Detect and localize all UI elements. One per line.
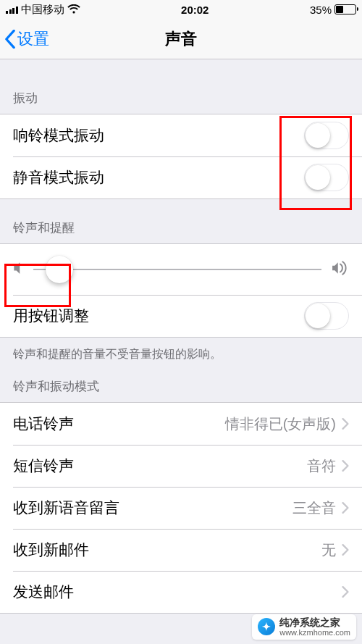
chevron-right-icon [342,544,349,556]
cell-value: 音符 [307,456,336,476]
back-label: 设置 [17,28,49,50]
volume-low-icon [13,262,23,277]
status-left: 中国移动 [6,3,80,17]
section-header-vibration: 振动 [0,70,362,114]
battery-percent: 35% [310,4,332,16]
cell-label: 响铃模式振动 [13,125,104,146]
cell-label: 用按钮调整 [13,306,89,326]
chevron-right-icon [342,586,349,598]
section-header-patterns: 铃声和振动模式 [0,365,362,402]
back-button[interactable]: 设置 [4,19,49,59]
toggle-change-with-buttons[interactable] [304,302,349,330]
watermark-title: 纯净系统之家 [279,617,350,628]
cell-label: 静音模式振动 [13,167,104,188]
carrier-label: 中国移动 [21,3,64,17]
nav-bar: 设置 声音 [0,19,362,59]
cell-value: 三全音 [292,498,336,518]
signal-bars-icon [6,5,18,14]
cell-newmail[interactable]: 收到新邮件 无 [0,529,362,571]
cell-label: 短信铃声 [13,456,74,476]
cell-sentmail[interactable]: 发送邮件 [0,571,362,613]
section-footer-ringer: 铃声和提醒的音量不受音量按钮的影响。 [0,338,362,365]
slider-thumb[interactable] [46,256,73,283]
chevron-left-icon [4,30,16,49]
cell-volume-slider [0,244,362,295]
group-vibration: 响铃模式振动 静音模式振动 [0,114,362,199]
chevron-right-icon [342,418,349,430]
volume-slider[interactable] [33,269,321,270]
cell-silent-vibrate[interactable]: 静音模式振动 [0,156,362,198]
cell-ringtone[interactable]: 电话铃声 情非得已(女声版) [0,403,362,445]
section-header-ringer: 铃声和提醒 [0,199,362,243]
cell-change-with-buttons[interactable]: 用按钮调整 [0,295,362,337]
status-right: 35% [310,4,356,16]
cell-value: 情非得已(女声版) [225,414,336,434]
volume-high-icon [332,261,349,278]
group-ringer: 用按钮调整 [0,243,362,338]
cell-label: 发送邮件 [13,582,74,602]
toggle-ring-vibrate[interactable] [304,122,349,149]
cell-voicemail[interactable]: 收到新语音留言 三全音 [0,487,362,529]
status-bar: 中国移动 20:02 35% [0,0,362,19]
group-patterns: 电话铃声 情非得已(女声版) 短信铃声 音符 收到新语音留言 三全音 收到新邮件… [0,402,362,614]
toggle-silent-vibrate[interactable] [304,164,349,191]
cell-label: 收到新语音留言 [13,498,119,518]
chevron-right-icon [342,460,349,472]
watermark-url: www.kzmhome.com [279,628,350,637]
page-title: 声音 [165,28,197,50]
status-time: 20:02 [181,4,209,16]
wifi-icon [67,4,80,14]
watermark-logo-icon: ✦ [258,618,275,635]
battery-icon [334,4,356,14]
cell-value: 无 [321,540,336,560]
cell-label: 收到新邮件 [13,540,89,560]
chevron-right-icon [342,502,349,514]
cell-texttone[interactable]: 短信铃声 音符 [0,445,362,487]
watermark: ✦ 纯净系统之家 www.kzmhome.com [252,614,356,640]
cell-label: 电话铃声 [13,414,74,434]
cell-ring-vibrate[interactable]: 响铃模式振动 [0,114,362,156]
